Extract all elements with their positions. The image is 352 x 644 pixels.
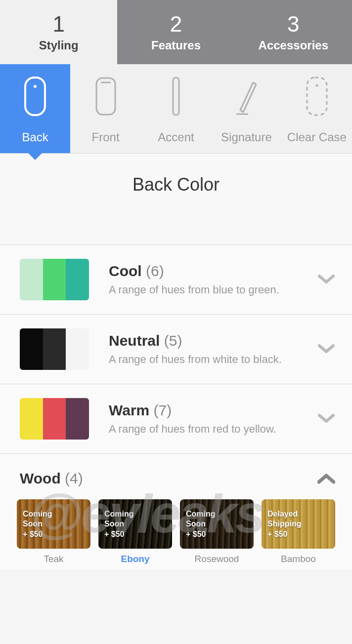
category-neutral[interactable]: Neutral (5) A range of hues from white t… xyxy=(0,315,352,384)
subtab-back[interactable]: Back xyxy=(0,64,70,153)
swatch-color xyxy=(43,398,66,440)
svg-rect-6 xyxy=(307,78,327,115)
chevron-down-icon xyxy=(316,339,336,359)
subtab-label: Signature xyxy=(221,130,272,144)
step-tabs: 1 Styling 2 Features 3 Accessories xyxy=(0,0,352,64)
swatch-color xyxy=(43,259,66,300)
category-name: Warm xyxy=(109,402,149,418)
category-name: Neutral xyxy=(109,332,160,349)
subtab-label: Clear Case xyxy=(287,130,347,144)
phone-front-icon xyxy=(95,74,117,119)
phone-back-icon xyxy=(23,74,47,119)
swatch-color xyxy=(66,398,89,440)
step-label: Styling xyxy=(39,39,79,52)
subtab-signature[interactable]: Signature xyxy=(211,64,281,153)
category-text: Warm (7) A range of hues from red to yel… xyxy=(109,402,316,436)
category-title: Cool (6) xyxy=(109,263,316,280)
clear-case-icon xyxy=(305,74,329,119)
step-label: Accessories xyxy=(259,39,328,52)
wood-option-rosewood[interactable]: Coming Soon + $50 Rosewood xyxy=(180,499,254,564)
subtab-label: Accent xyxy=(158,130,194,144)
subtab-label: Back xyxy=(22,130,48,144)
styling-subtabs: Back Front Accent Signature Clear Case xyxy=(0,64,352,154)
wood-option-bamboo[interactable]: Delayed Shipping + $50 Bamboo xyxy=(262,499,335,564)
svg-rect-4 xyxy=(173,78,179,115)
category-text: Cool (6) A range of hues from blue to gr… xyxy=(109,263,316,296)
category-count: (6) xyxy=(146,263,164,279)
wood-label: Bamboo xyxy=(281,554,316,564)
wood-swatch: Coming Soon + $50 xyxy=(180,499,254,549)
step-number: 3 xyxy=(287,12,299,37)
category-cool[interactable]: Cool (6) A range of hues from blue to gr… xyxy=(0,245,352,315)
swatch-warm xyxy=(20,398,89,440)
wood-price: + $50 xyxy=(23,530,85,539)
step-accessories[interactable]: 3 Accessories xyxy=(235,0,352,64)
signature-icon xyxy=(231,74,261,119)
wood-badge: Coming Soon xyxy=(186,509,248,529)
subtab-label: Front xyxy=(92,130,120,144)
wood-label: Teak xyxy=(44,554,63,564)
wood-price: + $50 xyxy=(186,530,248,539)
chevron-up-icon xyxy=(316,469,336,488)
subtab-clear-case[interactable]: Clear Case xyxy=(282,64,352,153)
wood-badge: Coming Soon xyxy=(104,509,166,529)
wood-badge: Delayed Shipping xyxy=(267,509,329,529)
swatch-cool xyxy=(20,259,89,300)
accent-icon xyxy=(170,74,182,119)
step-number: 2 xyxy=(170,12,182,37)
wood-price: + $50 xyxy=(104,530,166,539)
wood-swatch: Coming Soon + $50 xyxy=(17,499,90,549)
subtab-front[interactable]: Front xyxy=(70,64,140,153)
step-styling[interactable]: 1 Styling xyxy=(0,0,117,64)
swatch-color xyxy=(20,328,43,370)
wood-badge: Coming Soon xyxy=(23,509,85,529)
swatch-color xyxy=(66,328,89,370)
swatch-color xyxy=(43,328,66,370)
wood-option-ebony[interactable]: Coming Soon + $50 Ebony xyxy=(98,499,172,564)
svg-rect-0 xyxy=(25,78,45,115)
category-wood-header[interactable]: Wood (4) xyxy=(0,454,352,495)
chevron-down-icon xyxy=(316,409,336,429)
chevron-down-icon xyxy=(316,270,336,289)
subtab-accent[interactable]: Accent xyxy=(141,64,211,153)
category-count: (5) xyxy=(164,332,182,349)
svg-point-1 xyxy=(34,85,37,88)
swatch-neutral xyxy=(20,328,89,370)
swatch-color xyxy=(66,259,89,300)
category-desc: A range of hues from blue to green. xyxy=(109,283,316,296)
category-name: Cool xyxy=(109,263,142,279)
category-title: Neutral (5) xyxy=(109,332,316,349)
category-count: (4) xyxy=(65,470,83,486)
wood-items: Coming Soon + $50 Teak Coming Soon + $50… xyxy=(0,495,352,569)
step-features[interactable]: 2 Features xyxy=(117,0,234,64)
wood-swatch: Coming Soon + $50 xyxy=(98,499,172,549)
step-number: 1 xyxy=(52,12,64,37)
category-desc: A range of hues from red to yellow. xyxy=(109,423,316,436)
category-title: Wood (4) xyxy=(20,470,316,487)
svg-rect-2 xyxy=(96,78,115,115)
wood-label: Rosewood xyxy=(195,554,239,564)
category-warm[interactable]: Warm (7) A range of hues from red to yel… xyxy=(0,384,352,454)
section-title: Back Color xyxy=(0,154,352,244)
swatch-color xyxy=(20,259,43,300)
wood-option-teak[interactable]: Coming Soon + $50 Teak xyxy=(17,499,90,564)
category-count: (7) xyxy=(154,402,172,418)
category-text: Neutral (5) A range of hues from white t… xyxy=(109,332,316,366)
step-label: Features xyxy=(151,39,201,52)
swatch-color xyxy=(20,398,43,440)
category-name: Wood xyxy=(20,470,61,486)
wood-price: + $50 xyxy=(267,530,329,539)
category-desc: A range of hues from white to black. xyxy=(109,353,316,366)
color-categories: Cool (6) A range of hues from blue to gr… xyxy=(0,244,352,454)
wood-label: Ebony xyxy=(121,554,149,564)
category-title: Warm (7) xyxy=(109,402,316,419)
wood-swatch: Delayed Shipping + $50 xyxy=(262,499,335,549)
svg-point-7 xyxy=(315,84,318,87)
